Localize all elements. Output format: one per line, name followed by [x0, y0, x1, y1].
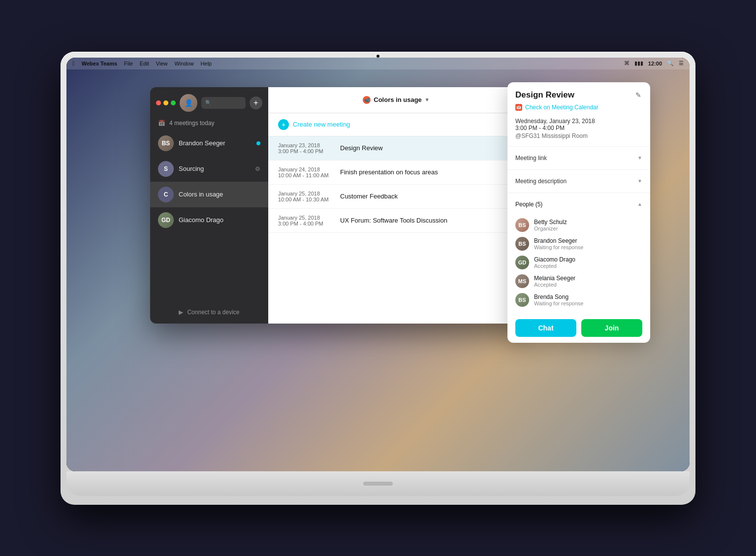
sidebar-item-giacomo[interactable]: GD Giacomo Drago	[150, 207, 268, 233]
search-bar[interactable]: 🔍	[201, 97, 246, 109]
giacomo-avatar: GD	[158, 212, 174, 228]
detail-location: @SFG31 Mississippi Room	[515, 132, 642, 139]
meeting-row[interactable]: January 24, 2018 10:00 AM - 11:00 AM Fin…	[268, 161, 524, 185]
brandon-avatar: BS	[158, 135, 174, 151]
meeting-detail-popup: Design Review ✎ 📅 Check on Meeting Calen…	[507, 82, 650, 343]
macbook-logo	[363, 482, 393, 486]
fullscreen-window-button[interactable]	[171, 100, 176, 105]
chevron-down-icon: ▼	[425, 97, 430, 102]
macbook-shell:  Webex Teams File Edit View Window Help…	[61, 52, 695, 505]
person-row-brenda: BS Brenda Song Waiting for response	[515, 291, 642, 309]
sidebar: 👤 🔍 + 📅 4 meetings today BS	[150, 87, 268, 324]
help-menu[interactable]: Help	[201, 61, 212, 66]
user-avatar-initials: 👤	[185, 99, 193, 107]
brenda-info: Brenda Song Waiting for response	[534, 294, 642, 306]
view-menu[interactable]: View	[156, 61, 168, 66]
menu-time: 12:00	[648, 61, 662, 66]
macbook-chin	[66, 471, 690, 496]
detail-header: Design Review ✎	[507, 82, 650, 104]
meeting-4-range: 3:00 PM - 4:00 PM	[278, 221, 332, 227]
meeting-link-chevron: ▼	[637, 155, 642, 161]
sidebar-item-brandon[interactable]: BS Brandon Seeger	[150, 131, 268, 156]
melania-info: Melania Seeger Accepted	[534, 275, 642, 288]
meeting-4-time: January 25, 2018 3:00 PM - 4:00 PM	[278, 215, 332, 227]
meeting-description-label: Meeting description	[515, 178, 567, 185]
people-section-header: People (5) ▲	[507, 195, 650, 214]
meetings-count-label: 4 meetings today	[169, 120, 214, 127]
meeting-description-header[interactable]: Meeting description ▼	[515, 176, 642, 187]
betty-name: Betty Schulz	[534, 219, 642, 226]
brandon-p-info: Brandon Seeger Waiting for response	[534, 237, 642, 250]
sidebar-header: 👤 🔍 +	[150, 87, 268, 116]
create-meeting-label[interactable]: Create new meeting	[293, 121, 350, 128]
giacomo-name: Giacomo Drago	[179, 216, 223, 224]
betty-avatar: BS	[515, 218, 529, 232]
meeting-link-header[interactable]: Meeting link ▼	[515, 153, 642, 164]
meeting-row[interactable]: January 25, 2018 3:00 PM - 4:00 PM UX Fo…	[268, 209, 524, 233]
brandon-p-name: Brandon Seeger	[534, 237, 642, 244]
sidebar-item-sourcing[interactable]: S Sourcing ⚙	[150, 156, 268, 182]
meeting-row[interactable]: January 23, 2018 3:00 PM - 4:00 PM Desig…	[268, 136, 524, 161]
connect-device-footer[interactable]: ▶ Connect to a device	[150, 301, 268, 324]
meeting-1-time: January 23, 2018 3:00 PM - 4:00 PM	[278, 142, 332, 154]
person-row-melania: MS Melania Seeger Accepted	[515, 272, 642, 291]
wifi-icon: ⌘	[624, 60, 630, 66]
giacomo-p-info: Giacomo Drago Accepted	[534, 256, 642, 269]
brenda-name: Brenda Song	[534, 294, 642, 300]
meeting-3-time: January 25, 2018 10:00 AM - 10:30 AM	[278, 191, 332, 202]
melania-status: Accepted	[534, 282, 642, 288]
meeting-3-range: 10:00 AM - 10:30 AM	[278, 196, 332, 202]
meeting-3-title: Customer Feedback	[340, 193, 398, 200]
create-meeting-row: + Create new meeting	[268, 113, 524, 136]
window-menu[interactable]: Window	[174, 61, 193, 66]
calendar-link-text[interactable]: Check on Meeting Calendar	[525, 104, 598, 111]
melania-avatar: MS	[515, 274, 529, 288]
sidebar-meetings-count-row: 📅 4 meetings today	[150, 116, 268, 131]
file-menu[interactable]: File	[124, 61, 133, 66]
meeting-2-date: January 24, 2018	[278, 166, 332, 172]
meeting-description-chevron: ▼	[637, 178, 642, 184]
traffic-lights	[156, 100, 176, 105]
meeting-2-range: 10:00 AM - 11:00 AM	[278, 172, 332, 178]
edit-menu[interactable]: Edit	[140, 61, 149, 66]
brandon-p-avatar: BS	[515, 237, 529, 251]
brandon-p-status: Waiting for response	[534, 244, 642, 250]
join-button[interactable]: Join	[581, 319, 642, 337]
giacomo-p-name: Giacomo Drago	[534, 256, 642, 263]
people-label: People (5)	[515, 201, 542, 208]
action-buttons: Chat Join	[507, 313, 650, 343]
list-menubar-icon[interactable]: ☰	[679, 60, 684, 66]
app-name-menu[interactable]: Webex Teams	[82, 61, 117, 66]
room-icon: 📹	[363, 96, 371, 104]
create-meeting-plus-button[interactable]: +	[278, 119, 289, 130]
minimize-window-button[interactable]	[163, 100, 168, 105]
meeting-row[interactable]: January 25, 2018 10:00 AM - 10:30 AM Cus…	[268, 185, 524, 209]
main-header: 📹 Colors in usage ▼	[268, 87, 524, 113]
battery-icon: ▮▮▮	[634, 60, 643, 66]
meetings-list: January 23, 2018 3:00 PM - 4:00 PM Desig…	[268, 136, 524, 324]
connect-device-label: Connect to a device	[187, 309, 239, 316]
person-row-betty: BS Betty Schulz Organizer	[515, 216, 642, 234]
user-avatar[interactable]: 👤	[180, 94, 197, 112]
detail-info: Wednesday, January 23, 2018 3:00 PM - 4:…	[507, 116, 650, 144]
melania-name: Melania Seeger	[534, 275, 642, 282]
brandon-notification-dot	[256, 141, 260, 145]
chat-button[interactable]: Chat	[515, 319, 576, 337]
giacomo-p-status: Accepted	[534, 263, 642, 269]
detail-meeting-title: Design Review	[515, 90, 574, 100]
betty-status: Organizer	[534, 226, 642, 231]
close-window-button[interactable]	[156, 100, 161, 105]
calendar-icon: 📅	[158, 120, 165, 127]
giacomo-p-avatar: GD	[515, 256, 529, 269]
cast-icon: ▶	[179, 309, 183, 316]
edit-icon[interactable]: ✎	[634, 90, 642, 100]
sidebar-item-colors[interactable]: C Colors in usage	[150, 182, 268, 207]
person-row-giacomo-p: GD Giacomo Drago Accepted	[515, 253, 642, 272]
search-menubar-icon[interactable]: 🔍	[667, 60, 674, 66]
add-button[interactable]: +	[250, 97, 262, 109]
room-selector[interactable]: 📹 Colors in usage ▼	[358, 94, 434, 106]
person-row-brandon: BS Brandon Seeger Waiting for response	[515, 234, 642, 253]
people-header[interactable]: People (5) ▲	[515, 199, 642, 210]
macbook-screen:  Webex Teams File Edit View Window Help…	[66, 58, 690, 471]
divider-2	[507, 169, 650, 170]
